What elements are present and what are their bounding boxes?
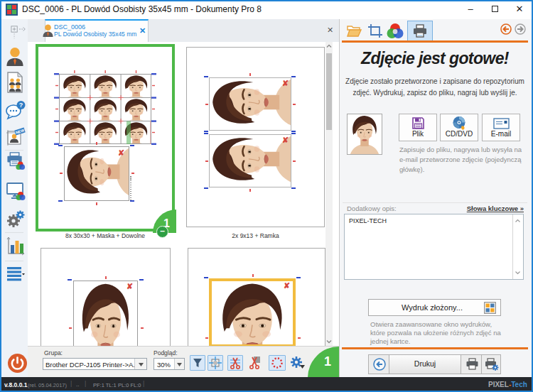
svg-text:?: ?: [19, 102, 23, 109]
